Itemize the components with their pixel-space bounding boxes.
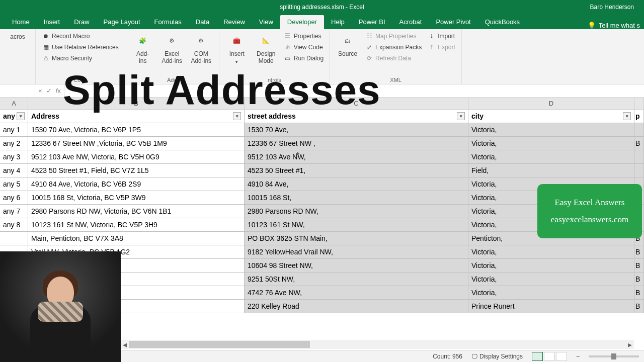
cell[interactable]: 10604 98 Street NW, <box>245 259 468 272</box>
cell[interactable] <box>0 232 28 245</box>
cell[interactable]: 12336 67 Street NW ,Victoria, BC V5B 1M9 <box>28 137 245 150</box>
macro-security-button[interactable]: ⚠Macro Security <box>40 53 121 63</box>
filter-icon[interactable]: ▾ <box>17 112 25 120</box>
name-box[interactable] <box>0 84 35 97</box>
user-name[interactable]: Barb Henderson <box>590 4 644 11</box>
cell[interactable]: 9251 50St NW, <box>245 273 468 286</box>
cell[interactable]: any 6 <box>0 191 28 204</box>
tab-power-bi[interactable]: Power BI <box>352 15 392 29</box>
cell[interactable]: 10015 168 St, Victoria, BC V5P 3W9 <box>28 191 245 204</box>
tab-draw[interactable]: Draw <box>67 15 96 29</box>
cell[interactable]: B <box>634 273 644 286</box>
cell[interactable]: any 1 <box>0 123 28 136</box>
cell[interactable]: PO BOX 3625 STN Main, <box>245 232 468 245</box>
filter-icon[interactable]: ▾ <box>457 112 465 120</box>
tab-home[interactable]: Home <box>5 15 37 29</box>
xml-source-button[interactable]: 🗂Source <box>334 31 361 63</box>
tab-review[interactable]: Review <box>216 15 252 29</box>
cancel-icon[interactable]: × <box>38 87 42 95</box>
cell[interactable]: 220 Kelley Road <box>245 300 468 313</box>
table-row[interactable]: any 212336 67 Street NW ,Victoria, BC V5… <box>0 137 644 150</box>
zoom-out-button[interactable]: − <box>576 353 580 360</box>
cell[interactable]: Prince Runert <box>468 300 634 313</box>
tab-page-layout[interactable]: Page Layout <box>97 15 147 29</box>
relative-references-button[interactable]: ▦Use Relative References <box>40 42 121 52</box>
cell[interactable]: B <box>634 286 644 299</box>
record-macro-button[interactable]: ⏺Record Macro <box>40 31 121 41</box>
tab-formulas[interactable]: Formulas <box>147 15 189 29</box>
cell[interactable]: 4742 76 Ave NW, <box>245 286 468 299</box>
col-header-A[interactable]: A <box>0 98 28 109</box>
tab-power-pivot[interactable]: Power Pivot <box>429 15 477 29</box>
scroll-thumb[interactable] <box>129 341 310 348</box>
insert-control-button[interactable]: 🧰Insert▾ <box>223 31 251 66</box>
cell[interactable]: Field, <box>468 164 634 177</box>
horizontal-scrollbar[interactable]: ◂ ▸ <box>121 340 634 349</box>
tab-view[interactable]: View <box>252 15 280 29</box>
tab-quickbooks[interactable]: QuickBooks <box>478 15 527 29</box>
cell[interactable]: 9512 103 Ave NW, Victoria, BC V5H 0G9 <box>28 150 245 163</box>
cell[interactable]: 1530 70 Ave, Victoria, BC V6P 1P5 <box>28 123 245 136</box>
cell[interactable]: Victoria, <box>468 273 634 286</box>
cell[interactable]: 1530 70 Ave, <box>245 123 468 136</box>
cell[interactable]: Victoria, <box>468 123 634 136</box>
cell[interactable]: 4523 50 Street #1, <box>245 164 468 177</box>
tab-data[interactable]: Data <box>189 15 216 29</box>
cell[interactable]: 9512 103 Ave NW, <box>245 150 468 163</box>
cell[interactable]: Victoria, <box>468 150 634 163</box>
view-code-button[interactable]: ⎚View Code <box>282 42 326 52</box>
cell[interactable]: B <box>634 259 644 272</box>
expansion-packs-button[interactable]: ⤢Expansion Packs <box>363 42 424 52</box>
tab-developer[interactable]: Developer <box>280 15 324 29</box>
confirm-icon[interactable]: ✓ <box>46 87 52 95</box>
cell[interactable] <box>634 164 644 177</box>
cell[interactable]: 4523 50 Street #1, Field, BC V7Z 1L5 <box>28 164 245 177</box>
cell[interactable]: 10123 161 St NW, Victoria, BC V5P 3H9 <box>28 218 245 231</box>
cell[interactable]: 4910 84 Ave, <box>245 177 468 191</box>
cell[interactable]: B <box>634 300 644 313</box>
tab-help[interactable]: Help <box>324 15 352 29</box>
cell[interactable]: B <box>634 245 644 258</box>
cell[interactable]: 10123 161 St NW, <box>245 218 468 231</box>
page-layout-view-button[interactable] <box>544 352 555 361</box>
cell[interactable]: 9182 YellowHead Vrail NW, <box>245 245 468 258</box>
cell[interactable]: any 7 <box>0 205 28 218</box>
cell[interactable] <box>634 150 644 163</box>
scroll-left-icon[interactable]: ◂ <box>121 340 129 348</box>
tab-insert[interactable]: Insert <box>37 15 67 29</box>
cell[interactable]: Victoria, <box>468 286 634 299</box>
cell[interactable]: 4910 84 Ave, Victoria, BC V6B 2S9 <box>28 177 245 191</box>
properties-button[interactable]: ☰Properties <box>282 31 326 41</box>
display-settings-button[interactable]: Display Settings <box>479 353 523 360</box>
fx-icon[interactable]: fx <box>56 87 61 95</box>
normal-view-button[interactable] <box>532 352 543 361</box>
cell[interactable]: B <box>634 137 644 150</box>
page-break-view-button[interactable] <box>556 352 567 361</box>
table-row[interactable]: any 11530 70 Ave, Victoria, BC V6P 1P515… <box>0 123 644 137</box>
cell[interactable]: Victoria, <box>468 137 634 150</box>
xml-import-button[interactable]: ⤓Import <box>426 31 457 41</box>
cell[interactable]: 2980 Parsons RD NW, Victoria, BC V6N 1B1 <box>28 205 245 218</box>
table-row[interactable]: any 39512 103 Ave NW, Victoria, BC V5H 0… <box>0 150 644 164</box>
run-dialog-button[interactable]: ▭Run Dialog <box>282 53 326 63</box>
cell[interactable]: any 4 <box>0 164 28 177</box>
table-row[interactable]: any 44523 50 Street #1, Field, BC V7Z 1L… <box>0 164 644 177</box>
cell[interactable]: any 8 <box>0 218 28 231</box>
tell-me-input[interactable]: Tell me what s <box>599 22 640 29</box>
cell[interactable]: any 3 <box>0 150 28 163</box>
col-header-D[interactable]: D <box>468 98 634 109</box>
design-mode-button[interactable]: 📐Design Mode <box>253 31 280 66</box>
tab-acrobat[interactable]: Acrobat <box>392 15 429 29</box>
cell[interactable]: Main, Penticton, BC V7X 3A8 <box>28 232 245 245</box>
macros-button[interactable]: acros <box>4 31 31 42</box>
cell[interactable]: any 5 <box>0 177 28 191</box>
addins-button[interactable]: 🧩Add- ins <box>129 31 156 66</box>
zoom-slider[interactable] <box>589 355 639 357</box>
cell[interactable] <box>634 123 644 136</box>
col-header-E[interactable] <box>634 98 644 109</box>
excel-addins-button[interactable]: ⚙Excel Add-ins <box>158 31 186 66</box>
cell[interactable]: Victoria, <box>468 259 634 272</box>
cell[interactable]: 10015 168 St, <box>245 191 468 204</box>
filter-icon[interactable]: ▾ <box>623 112 631 120</box>
cell[interactable]: any 2 <box>0 137 28 150</box>
